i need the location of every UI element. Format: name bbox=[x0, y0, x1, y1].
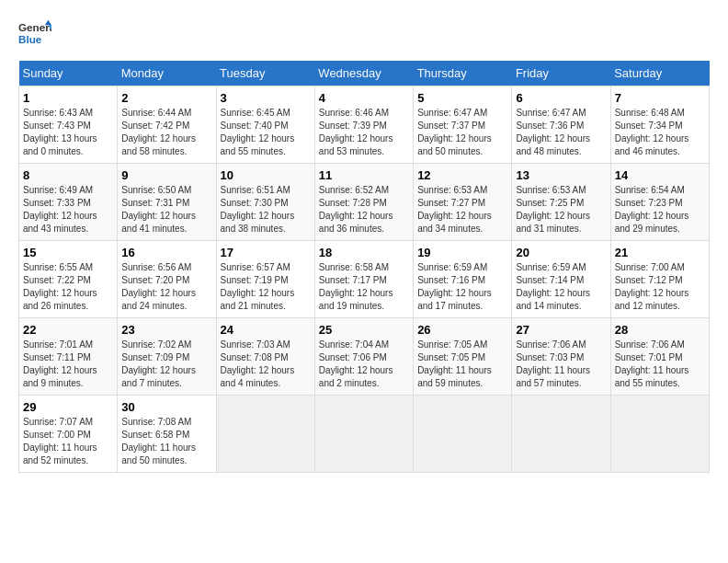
calendar-cell: 26Sunrise: 7:05 AMSunset: 7:05 PMDayligh… bbox=[414, 318, 512, 396]
day-info: Sunrise: 6:47 AMSunset: 7:37 PMDaylight:… bbox=[417, 107, 507, 158]
day-info: Sunrise: 6:51 AMSunset: 7:30 PMDaylight:… bbox=[221, 184, 311, 236]
calendar-cell: 19Sunrise: 6:59 AMSunset: 7:16 PMDayligh… bbox=[414, 241, 512, 318]
day-info: Sunrise: 6:52 AMSunset: 7:28 PMDaylight:… bbox=[319, 184, 409, 236]
svg-text:Blue: Blue bbox=[18, 33, 42, 45]
calendar-week-row: 22Sunrise: 7:01 AMSunset: 7:11 PMDayligh… bbox=[19, 318, 710, 396]
calendar-cell: 24Sunrise: 7:03 AMSunset: 7:08 PMDayligh… bbox=[216, 318, 314, 396]
calendar-week-row: 1Sunrise: 6:43 AMSunset: 7:43 PMDaylight… bbox=[19, 86, 710, 164]
day-info: Sunrise: 6:45 AMSunset: 7:40 PMDaylight:… bbox=[221, 107, 311, 158]
day-number: 28 bbox=[615, 323, 705, 337]
day-info: Sunrise: 7:08 AMSunset: 6:58 PMDaylight:… bbox=[121, 416, 211, 467]
day-number: 7 bbox=[615, 91, 705, 105]
logo: General Blue bbox=[18, 18, 51, 52]
day-info: Sunrise: 7:00 AMSunset: 7:12 PMDaylight:… bbox=[615, 261, 705, 313]
page-header: General Blue bbox=[18, 18, 710, 52]
calendar-cell: 4Sunrise: 6:46 AMSunset: 7:39 PMDaylight… bbox=[314, 86, 413, 164]
calendar-day-header: Saturday bbox=[610, 61, 709, 86]
calendar-cell: 27Sunrise: 7:06 AMSunset: 7:03 PMDayligh… bbox=[512, 318, 610, 396]
calendar-cell: 25Sunrise: 7:04 AMSunset: 7:06 PMDayligh… bbox=[314, 318, 413, 396]
day-info: Sunrise: 6:59 AMSunset: 7:16 PMDaylight:… bbox=[417, 261, 507, 313]
day-number: 15 bbox=[23, 246, 113, 259]
day-number: 17 bbox=[221, 246, 311, 259]
day-info: Sunrise: 6:46 AMSunset: 7:39 PMDaylight:… bbox=[319, 107, 409, 158]
calendar-cell: 7Sunrise: 6:48 AMSunset: 7:34 PMDaylight… bbox=[610, 86, 709, 164]
day-info: Sunrise: 7:03 AMSunset: 7:08 PMDaylight:… bbox=[221, 339, 311, 390]
day-info: Sunrise: 6:53 AMSunset: 7:27 PMDaylight:… bbox=[417, 184, 507, 236]
calendar-cell: 12Sunrise: 6:53 AMSunset: 7:27 PMDayligh… bbox=[414, 164, 512, 241]
calendar-day-header: Friday bbox=[512, 61, 610, 86]
calendar-cell: 6Sunrise: 6:47 AMSunset: 7:36 PMDaylight… bbox=[512, 86, 610, 164]
calendar-table: SundayMondayTuesdayWednesdayThursdayFrid… bbox=[18, 61, 710, 473]
calendar-cell: 1Sunrise: 6:43 AMSunset: 7:43 PMDaylight… bbox=[19, 86, 118, 164]
day-number: 19 bbox=[417, 246, 507, 259]
calendar-day-header: Wednesday bbox=[314, 61, 413, 86]
day-info: Sunrise: 6:55 AMSunset: 7:22 PMDaylight:… bbox=[23, 261, 113, 313]
day-info: Sunrise: 6:47 AMSunset: 7:36 PMDaylight:… bbox=[516, 107, 606, 158]
calendar-cell: 14Sunrise: 6:54 AMSunset: 7:23 PMDayligh… bbox=[610, 164, 709, 241]
day-number: 18 bbox=[319, 246, 409, 259]
calendar-cell: 8Sunrise: 6:49 AMSunset: 7:33 PMDaylight… bbox=[19, 164, 118, 241]
day-number: 12 bbox=[417, 168, 507, 182]
day-number: 30 bbox=[121, 400, 211, 414]
calendar-cell bbox=[512, 396, 610, 473]
day-number: 22 bbox=[23, 323, 113, 337]
calendar-cell: 28Sunrise: 7:06 AMSunset: 7:01 PMDayligh… bbox=[610, 318, 709, 396]
day-number: 8 bbox=[23, 168, 113, 182]
day-number: 25 bbox=[319, 323, 409, 337]
calendar-cell: 10Sunrise: 6:51 AMSunset: 7:30 PMDayligh… bbox=[216, 164, 314, 241]
calendar-cell bbox=[314, 396, 413, 473]
day-info: Sunrise: 7:04 AMSunset: 7:06 PMDaylight:… bbox=[319, 339, 409, 390]
day-number: 21 bbox=[615, 246, 705, 259]
day-number: 20 bbox=[516, 246, 606, 259]
day-number: 13 bbox=[516, 168, 606, 182]
day-number: 29 bbox=[23, 400, 113, 414]
calendar-cell: 3Sunrise: 6:45 AMSunset: 7:40 PMDaylight… bbox=[216, 86, 314, 164]
calendar-cell: 2Sunrise: 6:44 AMSunset: 7:42 PMDaylight… bbox=[118, 86, 216, 164]
day-number: 4 bbox=[319, 91, 409, 105]
calendar-cell bbox=[610, 396, 709, 473]
calendar-cell: 15Sunrise: 6:55 AMSunset: 7:22 PMDayligh… bbox=[19, 241, 118, 318]
day-number: 9 bbox=[121, 168, 211, 182]
day-info: Sunrise: 6:54 AMSunset: 7:23 PMDaylight:… bbox=[615, 184, 705, 236]
calendar-cell: 11Sunrise: 6:52 AMSunset: 7:28 PMDayligh… bbox=[314, 164, 413, 241]
calendar-week-row: 15Sunrise: 6:55 AMSunset: 7:22 PMDayligh… bbox=[19, 241, 710, 318]
day-info: Sunrise: 6:59 AMSunset: 7:14 PMDaylight:… bbox=[516, 261, 606, 313]
calendar-day-header: Sunday bbox=[19, 61, 118, 86]
calendar-day-header: Thursday bbox=[414, 61, 512, 86]
day-info: Sunrise: 7:06 AMSunset: 7:01 PMDaylight:… bbox=[615, 339, 705, 390]
calendar-cell: 13Sunrise: 6:53 AMSunset: 7:25 PMDayligh… bbox=[512, 164, 610, 241]
day-info: Sunrise: 6:58 AMSunset: 7:17 PMDaylight:… bbox=[319, 261, 409, 313]
day-info: Sunrise: 6:48 AMSunset: 7:34 PMDaylight:… bbox=[615, 107, 705, 158]
calendar-cell: 30Sunrise: 7:08 AMSunset: 6:58 PMDayligh… bbox=[118, 396, 216, 473]
calendar-cell bbox=[414, 396, 512, 473]
day-number: 1 bbox=[23, 91, 113, 105]
calendar-day-header: Monday bbox=[118, 61, 216, 86]
day-info: Sunrise: 6:57 AMSunset: 7:19 PMDaylight:… bbox=[221, 261, 311, 313]
day-number: 23 bbox=[121, 323, 211, 337]
day-info: Sunrise: 7:01 AMSunset: 7:11 PMDaylight:… bbox=[23, 339, 113, 390]
day-info: Sunrise: 6:56 AMSunset: 7:20 PMDaylight:… bbox=[121, 261, 211, 313]
day-number: 5 bbox=[417, 91, 507, 105]
calendar-body: 1Sunrise: 6:43 AMSunset: 7:43 PMDaylight… bbox=[19, 86, 710, 473]
logo-icon: General Blue bbox=[18, 18, 51, 52]
day-info: Sunrise: 6:43 AMSunset: 7:43 PMDaylight:… bbox=[23, 107, 113, 158]
day-number: 2 bbox=[121, 91, 211, 105]
calendar-cell: 21Sunrise: 7:00 AMSunset: 7:12 PMDayligh… bbox=[610, 241, 709, 318]
calendar-cell: 17Sunrise: 6:57 AMSunset: 7:19 PMDayligh… bbox=[216, 241, 314, 318]
day-number: 26 bbox=[417, 323, 507, 337]
calendar-header-row: SundayMondayTuesdayWednesdayThursdayFrid… bbox=[19, 61, 710, 86]
calendar-cell: 9Sunrise: 6:50 AMSunset: 7:31 PMDaylight… bbox=[118, 164, 216, 241]
calendar-cell: 16Sunrise: 6:56 AMSunset: 7:20 PMDayligh… bbox=[118, 241, 216, 318]
day-number: 11 bbox=[319, 168, 409, 182]
calendar-cell: 23Sunrise: 7:02 AMSunset: 7:09 PMDayligh… bbox=[118, 318, 216, 396]
day-number: 6 bbox=[516, 91, 606, 105]
calendar-cell: 22Sunrise: 7:01 AMSunset: 7:11 PMDayligh… bbox=[19, 318, 118, 396]
calendar-cell: 20Sunrise: 6:59 AMSunset: 7:14 PMDayligh… bbox=[512, 241, 610, 318]
day-info: Sunrise: 7:05 AMSunset: 7:05 PMDaylight:… bbox=[417, 339, 507, 390]
day-info: Sunrise: 7:07 AMSunset: 7:00 PMDaylight:… bbox=[23, 416, 113, 467]
day-info: Sunrise: 7:06 AMSunset: 7:03 PMDaylight:… bbox=[516, 339, 606, 390]
day-number: 16 bbox=[121, 246, 211, 259]
day-number: 10 bbox=[221, 168, 311, 182]
day-number: 24 bbox=[221, 323, 311, 337]
calendar-cell bbox=[216, 396, 314, 473]
